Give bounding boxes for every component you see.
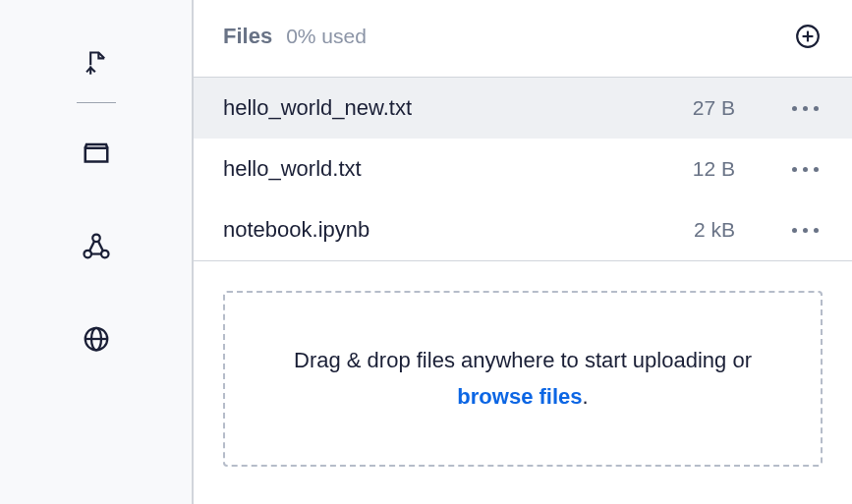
upload-file-icon <box>83 49 110 77</box>
sidebar-divider <box>77 102 116 103</box>
file-name: notebook.ipynb <box>223 217 694 243</box>
file-row[interactable]: hello_world_new.txt 27 B <box>194 78 852 139</box>
dropzone-text: Drag & drop files anywhere to start uplo… <box>264 342 781 416</box>
file-more-button[interactable] <box>788 224 823 237</box>
browse-files-link[interactable]: browse files <box>457 384 582 409</box>
file-row[interactable]: hello_world.txt 12 B <box>194 139 852 199</box>
plus-circle-icon <box>795 24 821 49</box>
sidebar-item-files[interactable] <box>75 133 118 176</box>
sidebar-item-globe[interactable] <box>75 317 118 361</box>
more-icon <box>792 228 819 233</box>
file-list: hello_world_new.txt 27 B hello_world.txt… <box>194 78 852 261</box>
dropzone[interactable]: Drag & drop files anywhere to start uplo… <box>223 291 823 467</box>
share-icon <box>82 232 111 261</box>
dropzone-prefix: Drag & drop files anywhere to start uplo… <box>294 348 752 372</box>
folder-icon <box>82 140 111 169</box>
file-size: 2 kB <box>694 218 735 242</box>
more-icon <box>792 167 819 172</box>
sidebar-item-share[interactable] <box>75 225 118 268</box>
file-size: 27 B <box>693 96 735 120</box>
sidebar <box>0 0 194 504</box>
main-panel: Files 0% used hello_world_new.txt 27 B <box>194 0 852 504</box>
files-header: Files 0% used <box>194 0 852 78</box>
files-title: Files <box>223 24 272 49</box>
header-left: Files 0% used <box>223 24 367 49</box>
more-icon <box>792 106 819 111</box>
svg-point-0 <box>92 235 100 243</box>
svg-point-2 <box>101 251 109 258</box>
add-file-button[interactable] <box>793 22 823 51</box>
dropzone-container: Drag & drop files anywhere to start uplo… <box>194 261 852 486</box>
dropzone-suffix: . <box>583 384 589 409</box>
file-name: hello_world.txt <box>223 156 693 182</box>
file-row[interactable]: notebook.ipynb 2 kB <box>194 199 852 260</box>
sidebar-item-upload[interactable] <box>75 41 118 84</box>
svg-point-1 <box>84 251 91 258</box>
file-name: hello_world_new.txt <box>223 95 693 121</box>
globe-icon <box>82 324 111 354</box>
file-size: 12 B <box>693 157 735 181</box>
file-more-button[interactable] <box>788 102 823 115</box>
files-usage: 0% used <box>286 25 367 48</box>
file-more-button[interactable] <box>788 163 823 176</box>
